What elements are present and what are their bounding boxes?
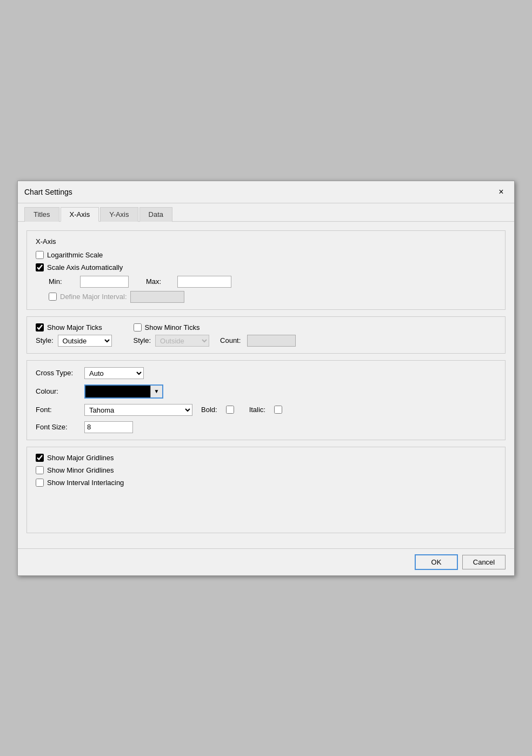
major-ticks-checkbox[interactable] (36, 323, 44, 331)
close-button[interactable]: × (495, 185, 508, 198)
major-ticks-group: Show Major Ticks Style: Outside Inside C… (36, 323, 112, 347)
cancel-button[interactable]: Cancel (462, 555, 506, 569)
minor-ticks-style-select[interactable]: Outside Inside Cross (155, 335, 209, 347)
interval-interlacing-checkbox[interactable] (36, 479, 44, 487)
min-max-row: Min: Max: (49, 276, 496, 288)
chart-settings-dialog: Chart Settings × Titles X-Axis Y-Axis Da… (17, 181, 515, 576)
tab-yaxis[interactable]: Y-Axis (100, 207, 138, 222)
font-select[interactable]: Tahoma Arial Verdana (84, 404, 192, 416)
minor-ticks-style-row: Style: Outside Inside Cross Count: (134, 335, 296, 347)
bold-label: Bold: (201, 406, 217, 414)
italic-label: Italic: (249, 406, 265, 414)
logarithmic-scale-label: Logarithmic Scale (47, 251, 103, 259)
major-style-label: Style: (36, 336, 54, 344)
colour-row: Colour: ▼ (36, 384, 496, 399)
cross-section: Cross Type: Auto Value Max Min Colour: ▼… (26, 360, 506, 440)
scale-auto-row: Scale Axis Automatically (36, 263, 496, 271)
major-ticks-style-row: Style: Outside Inside Cross (36, 335, 112, 347)
minor-gridlines-label: Show Minor Gridlines (47, 466, 114, 474)
italic-checkbox[interactable] (274, 406, 282, 414)
colour-label: Colour: (36, 387, 84, 395)
max-label: Max: (146, 277, 173, 286)
xaxis-section: X-Axis Logarithmic Scale Scale Axis Auto… (26, 230, 506, 310)
major-gridlines-row: Show Major Gridlines (36, 454, 496, 462)
fontsize-input[interactable] (84, 421, 133, 433)
title-bar: Chart Settings × (18, 181, 514, 203)
content-area: X-Axis Logarithmic Scale Scale Axis Auto… (18, 222, 514, 548)
tab-data[interactable]: Data (139, 207, 172, 222)
color-dropdown-button[interactable]: ▼ (150, 386, 162, 397)
count-input[interactable] (247, 335, 296, 347)
bold-italic-group: Bold: Italic: (201, 406, 282, 414)
bottom-bar: OK Cancel (18, 548, 514, 575)
major-ticks-style-select[interactable]: Outside Inside Cross (58, 335, 112, 347)
minor-gridlines-row: Show Minor Gridlines (36, 466, 496, 474)
font-row: Font: Tahoma Arial Verdana Bold: Italic: (36, 404, 496, 416)
scale-auto-label: Scale Axis Automatically (47, 263, 123, 271)
define-major-checkbox[interactable] (49, 293, 57, 301)
ticks-row: Show Major Ticks Style: Outside Inside C… (36, 323, 496, 347)
cross-type-row: Cross Type: Auto Value Max Min (36, 367, 496, 379)
fontsize-label: Font Size: (36, 423, 84, 431)
min-label: Min: (49, 277, 76, 286)
ok-button[interactable]: OK (415, 554, 458, 570)
font-label: Font: (36, 406, 84, 414)
minor-ticks-checkbox[interactable] (134, 323, 142, 331)
major-gridlines-label: Show Major Gridlines (47, 454, 114, 462)
interval-interlacing-row: Show Interval Interlacing (36, 479, 496, 487)
define-major-label: Define Major Interval: (60, 293, 127, 301)
logarithmic-scale-checkbox[interactable] (36, 251, 44, 259)
major-gridlines-checkbox[interactable] (36, 454, 44, 462)
count-label: Count: (220, 336, 241, 344)
fontsize-row: Font Size: (36, 421, 496, 433)
minor-ticks-row: Show Minor Ticks (134, 323, 296, 331)
logarithmic-scale-row: Logarithmic Scale (36, 251, 496, 259)
color-swatch (85, 386, 150, 397)
define-major-input[interactable] (130, 291, 184, 303)
xaxis-section-title: X-Axis (36, 237, 496, 246)
minor-style-label: Style: (134, 336, 151, 344)
scale-auto-checkbox[interactable] (36, 263, 44, 271)
tab-titles[interactable]: Titles (24, 207, 59, 222)
major-ticks-label: Show Major Ticks (47, 323, 102, 331)
cross-type-select[interactable]: Auto Value Max Min (84, 367, 144, 379)
minor-gridlines-checkbox[interactable] (36, 466, 44, 474)
dialog-title: Chart Settings (24, 188, 72, 196)
max-input[interactable] (177, 276, 231, 288)
minor-ticks-group: Show Minor Ticks Style: Outside Inside C… (134, 323, 296, 347)
cross-type-label: Cross Type: (36, 369, 84, 377)
interval-interlacing-label: Show Interval Interlacing (47, 479, 124, 487)
gridlines-section: Show Major Gridlines Show Minor Gridline… (26, 447, 506, 533)
color-picker[interactable]: ▼ (84, 384, 163, 399)
major-ticks-row: Show Major Ticks (36, 323, 112, 331)
tab-xaxis[interactable]: X-Axis (61, 207, 99, 222)
ticks-section: Show Major Ticks Style: Outside Inside C… (26, 316, 506, 354)
define-major-row: Define Major Interval: (49, 291, 496, 303)
bold-checkbox[interactable] (226, 406, 234, 414)
min-input[interactable] (80, 276, 129, 288)
tab-bar: Titles X-Axis Y-Axis Data (18, 203, 514, 222)
minor-ticks-label: Show Minor Ticks (145, 323, 200, 331)
